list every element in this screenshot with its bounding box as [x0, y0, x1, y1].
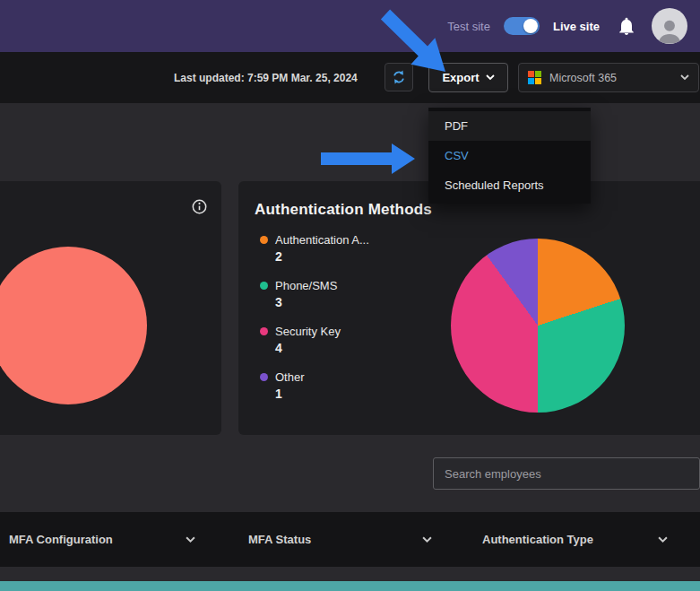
column-label: Authentication Type [482, 533, 593, 546]
user-avatar[interactable] [652, 8, 687, 44]
chevron-down-icon [486, 74, 495, 81]
card-title: Authentication Methods [255, 201, 432, 219]
menu-item-csv[interactable]: CSV [428, 141, 591, 170]
legend-label: Phone/SMS [275, 279, 337, 292]
legend-label: Security Key [275, 325, 341, 338]
live-site-label: Live site [553, 20, 600, 33]
refresh-icon [391, 69, 407, 85]
pie-legend: Authentication A... 2 Phone/SMS 3 Securi… [260, 233, 369, 416]
microsoft-logo-icon [528, 71, 541, 84]
legend-value: 2 [275, 249, 369, 264]
column-label: MFA Status [248, 533, 311, 546]
chevron-down-icon [680, 74, 689, 81]
legend-label: Other [275, 370, 305, 384]
chevron-down-icon [186, 536, 195, 543]
search-input[interactable] [433, 457, 700, 490]
menu-item-scheduled-reports[interactable]: Scheduled Reports [428, 170, 591, 200]
export-dropdown-menu: PDF CSV Scheduled Reports [428, 108, 591, 204]
legend-item-other: Other 1 [260, 370, 369, 401]
summary-pie-card [0, 181, 221, 435]
auth-methods-pie [451, 239, 625, 413]
column-header-mfa-status[interactable]: MFA Status [248, 512, 432, 567]
info-icon[interactable] [192, 199, 207, 214]
report-toolbar: Last updated: 7:59 PM Mar. 25, 2024 Expo… [0, 52, 700, 103]
column-label: MFA Configuration [9, 533, 113, 546]
legend-item-security-key: Security Key 4 [260, 325, 369, 355]
legend-dot-icon [260, 373, 268, 381]
legend-item-phone-sms: Phone/SMS 3 [260, 279, 369, 309]
export-button[interactable]: Export [428, 63, 508, 92]
legend-item-authentication-app: Authentication A... 2 [260, 233, 369, 264]
employee-table-header: MFA Configuration MFA Status Authenticat… [0, 512, 700, 567]
column-header-mfa-configuration[interactable]: MFA Configuration [9, 512, 195, 567]
test-site-label: Test site [447, 20, 490, 33]
legend-value: 1 [275, 387, 369, 401]
tenant-selector-label: Microsoft 365 [549, 72, 617, 84]
last-updated-label: Last updated: 7:59 PM Mar. 25, 2024 [174, 72, 358, 84]
legend-label: Authentication A... [275, 233, 369, 247]
chevron-down-icon [658, 536, 668, 543]
menu-item-pdf[interactable]: PDF [428, 111, 591, 141]
authentication-methods-card: Authentication Methods Authentication A.… [238, 181, 700, 435]
notifications-bell-icon[interactable] [618, 17, 635, 35]
tenant-selector-dropdown[interactable]: Microsoft 365 [518, 63, 699, 92]
top-navigation-bar: Test site Live site [0, 0, 700, 52]
site-mode-toggle[interactable] [504, 17, 540, 35]
refresh-button[interactable] [385, 63, 413, 91]
annotation-arrow-csv [321, 143, 415, 174]
legend-dot-icon [260, 327, 268, 335]
legend-value: 4 [275, 341, 369, 355]
dashboard-screen: Test site Live site Last updated: 7:59 P… [0, 0, 700, 591]
bottom-accent-bar [0, 581, 700, 591]
single-slice-pie-chart [0, 247, 147, 404]
chevron-down-icon [422, 536, 432, 543]
column-header-authentication-type[interactable]: Authentication Type [482, 512, 668, 567]
toggle-knob [523, 19, 538, 33]
export-button-label: Export [442, 71, 479, 84]
legend-dot-icon [260, 236, 268, 244]
legend-dot-icon [260, 282, 268, 290]
legend-value: 3 [275, 295, 369, 309]
